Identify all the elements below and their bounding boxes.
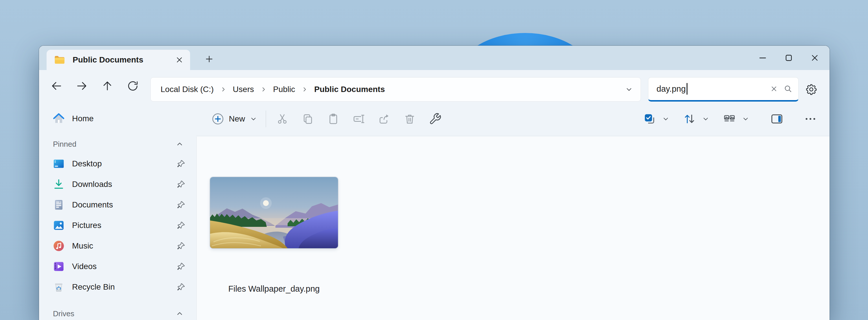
chevron-down-icon[interactable] (699, 107, 713, 130)
details-pane-icon[interactable] (768, 107, 786, 130)
downloads-icon (52, 178, 65, 191)
sidebar-item-label: Music (72, 241, 177, 251)
chevron-up-icon[interactable] (175, 309, 184, 318)
view-controls (640, 107, 830, 130)
new-button-label: New (229, 114, 245, 124)
pin-icon (177, 180, 186, 189)
minimize-button[interactable] (750, 46, 776, 70)
search-input[interactable]: day.png (648, 77, 799, 101)
new-tab-plus-icon[interactable] (202, 52, 217, 67)
chevron-right-icon (220, 86, 227, 93)
tab-title: Public Documents (73, 55, 173, 65)
copy-icon[interactable] (295, 107, 320, 130)
sidebar-section-pinned[interactable]: Pinned (42, 136, 193, 152)
plus-circle-icon (211, 112, 224, 126)
share-icon[interactable] (372, 107, 397, 130)
sidebar-section-drives[interactable]: Drives (42, 306, 193, 320)
breadcrumb-public-documents[interactable]: Public Documents (313, 83, 386, 96)
close-button[interactable] (802, 46, 828, 70)
pin-icon (177, 282, 186, 292)
file-list-pane[interactable]: Files Wallpaper_day.png (196, 136, 830, 320)
maximize-button[interactable] (776, 46, 802, 70)
command-bar: New (196, 102, 830, 136)
pictures-icon (52, 219, 65, 232)
pin-icon (177, 200, 186, 210)
tab-close-icon[interactable] (173, 53, 186, 67)
breadcrumb-local-disk[interactable]: Local Disk (C:) (159, 83, 215, 96)
sidebar-item-desktop[interactable]: Desktop (42, 155, 193, 172)
music-icon (52, 239, 65, 252)
pin-icon (177, 159, 186, 168)
new-button[interactable]: New (204, 107, 265, 130)
folder-icon (54, 54, 66, 66)
breadcrumb-users[interactable]: Users (232, 83, 255, 96)
sort-icon[interactable] (680, 107, 699, 130)
sidebar-item-label: Videos (72, 262, 177, 271)
sidebar-item-videos[interactable]: Videos (42, 258, 193, 275)
toolbar-divider (266, 110, 266, 127)
sidebar-item-label: Home (72, 114, 186, 123)
back-icon[interactable] (48, 77, 65, 95)
desktop-icon (52, 157, 65, 170)
sidebar-item-pictures[interactable]: Pictures (42, 217, 193, 234)
home-icon (52, 112, 65, 125)
refresh-icon[interactable] (124, 77, 142, 95)
pin-icon (177, 241, 186, 251)
pin-icon (177, 221, 186, 230)
titlebar: Public Documents (39, 46, 830, 70)
file-item[interactable]: Files Wallpaper_day.png (210, 177, 338, 294)
wrench-icon[interactable] (423, 107, 448, 130)
pinned-items: Desktop Downloads (39, 155, 196, 296)
forward-icon[interactable] (73, 77, 91, 95)
text-caret (687, 83, 687, 95)
sidebar-item-label: Documents (72, 200, 177, 210)
chevron-up-icon[interactable] (175, 140, 184, 149)
file-thumbnail-landscape-day-wallpaper (210, 177, 338, 248)
up-icon[interactable] (98, 77, 116, 95)
more-ellipsis-icon[interactable] (801, 107, 820, 130)
rename-icon[interactable] (346, 107, 372, 130)
sidebar-item-documents[interactable]: Documents (42, 196, 193, 214)
clear-x-icon[interactable] (767, 82, 781, 96)
chevron-right-icon (260, 86, 267, 93)
sidebar-item-recycle-bin[interactable]: Recycle Bin (42, 278, 193, 296)
select-all-icon[interactable] (640, 107, 659, 130)
breadcrumb-public[interactable]: Public (272, 83, 296, 96)
view-icon[interactable] (720, 107, 739, 130)
tab-public-documents[interactable]: Public Documents (46, 50, 190, 70)
gear-icon[interactable] (803, 81, 820, 98)
cut-icon[interactable] (270, 107, 295, 130)
file-name[interactable]: Files Wallpaper_day.png (210, 284, 338, 294)
videos-icon (52, 260, 65, 273)
sidebar-item-label: Desktop (72, 159, 177, 168)
file-explorer-window: Public Documents (39, 46, 830, 320)
search-icon[interactable] (781, 82, 795, 96)
sidebar-item-label: Recycle Bin (72, 282, 177, 292)
recycle-bin-icon (52, 281, 65, 293)
section-label: Pinned (53, 140, 76, 149)
sidebar-item-downloads[interactable]: Downloads (42, 175, 193, 193)
documents-icon (52, 198, 65, 211)
address-dropdown-chevron-icon[interactable] (622, 83, 636, 96)
search-value: day.png (656, 84, 686, 94)
window-controls (750, 46, 828, 70)
pin-icon (177, 262, 186, 271)
chevron-down-icon[interactable] (659, 107, 673, 130)
paste-icon[interactable] (320, 107, 346, 130)
sidebar: Home Pinned Desktop (39, 102, 196, 320)
delete-icon[interactable] (397, 107, 423, 130)
sidebar-item-label: Downloads (72, 180, 177, 189)
address-bar[interactable]: Local Disk (C:) Users Public Public Docu… (151, 77, 641, 101)
sidebar-item-music[interactable]: Music (42, 237, 193, 255)
chevron-right-icon (301, 86, 308, 93)
section-label: Drives (53, 309, 74, 318)
sidebar-item-label: Pictures (72, 221, 177, 230)
chevron-down-icon[interactable] (739, 107, 752, 130)
chevron-down-icon (249, 115, 257, 123)
sidebar-item-home[interactable]: Home (42, 110, 193, 127)
